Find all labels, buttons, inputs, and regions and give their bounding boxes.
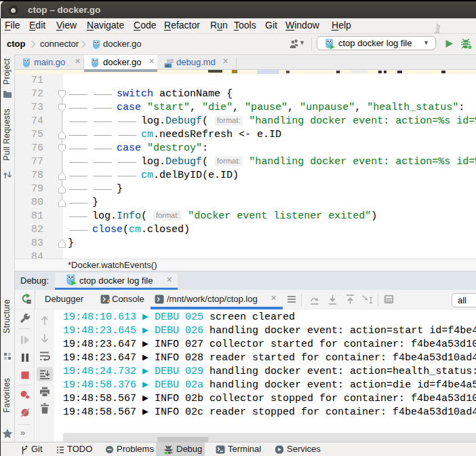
svg-text:MD: MD [165,64,172,68]
